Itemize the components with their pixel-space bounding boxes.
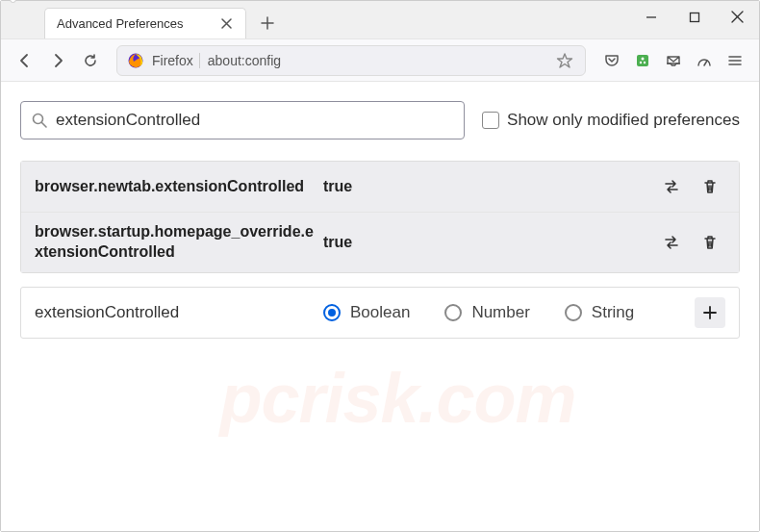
close-tab-icon[interactable] <box>218 15 234 31</box>
toggle-icon[interactable] <box>656 227 687 258</box>
toggle-icon[interactable] <box>656 171 687 202</box>
radio-dot-icon <box>565 304 582 321</box>
extension-icon[interactable] <box>628 46 657 75</box>
firefox-icon <box>127 52 144 69</box>
close-window-button[interactable] <box>716 1 759 34</box>
forward-button[interactable] <box>43 46 72 75</box>
pref-list: browser.newtab.extensionControlled true … <box>20 161 740 273</box>
window-controls <box>629 1 759 34</box>
back-button[interactable] <box>11 46 39 75</box>
svg-point-3 <box>642 57 645 60</box>
search-filter-row: Show only modified preferences <box>20 101 740 139</box>
pref-row[interactable]: browser.startup.homepage_override.extens… <box>21 213 739 272</box>
tab-title: Advanced Preferences <box>57 16 218 31</box>
search-field-container <box>20 101 465 139</box>
radio-label: Number <box>471 303 529 322</box>
dashboard-icon[interactable] <box>690 46 719 75</box>
svg-point-5 <box>644 61 646 63</box>
minimize-button[interactable] <box>629 1 672 34</box>
new-tab-button[interactable] <box>254 10 281 37</box>
window-frame: Advanced Preferences <box>0 0 760 532</box>
pref-name: browser.newtab.extensionControlled <box>35 177 323 197</box>
reload-button[interactable] <box>76 46 105 75</box>
bookmark-star-icon[interactable] <box>554 50 575 71</box>
radio-label: String <box>592 303 634 322</box>
pocket-icon[interactable] <box>597 46 626 75</box>
filter-checkbox[interactable] <box>482 112 499 129</box>
address-brand-label: Firefox <box>152 53 200 68</box>
delete-icon[interactable] <box>695 227 725 258</box>
watermark-text: pcrisk.com <box>219 358 575 437</box>
pref-actions <box>656 171 725 202</box>
svg-rect-2 <box>637 55 648 66</box>
add-pref-button[interactable] <box>695 297 725 328</box>
radio-dot-icon <box>323 304 341 321</box>
filter-checkbox-label[interactable]: Show only modified preferences <box>482 111 740 130</box>
toolbar-right-icons <box>597 46 749 75</box>
svg-rect-0 <box>690 13 698 21</box>
radio-dot-icon <box>444 304 462 321</box>
address-bar[interactable]: Firefox about:config <box>116 45 586 76</box>
new-pref-name: extensionControlled <box>35 303 323 322</box>
address-url-text: about:config <box>208 53 546 68</box>
pref-value: true <box>323 178 656 195</box>
new-pref-type-options: Boolean Number String <box>323 303 695 322</box>
maximize-button[interactable] <box>672 1 716 34</box>
tab-active[interactable]: Advanced Preferences <box>44 8 246 38</box>
pref-name: browser.startup.homepage_override.extens… <box>35 222 323 263</box>
new-pref-row: extensionControlled Boolean Number Strin… <box>20 287 740 339</box>
menu-button[interactable] <box>721 46 749 75</box>
radio-boolean[interactable]: Boolean <box>323 303 410 322</box>
content-area: pcrisk.com Show only modified preference… <box>1 82 759 531</box>
toolbar: Firefox about:config <box>1 39 759 82</box>
pref-actions <box>656 227 725 258</box>
radio-number[interactable]: Number <box>444 303 529 322</box>
radio-label: Boolean <box>350 303 410 322</box>
filter-checkbox-text: Show only modified preferences <box>507 111 740 130</box>
pref-row[interactable]: browser.newtab.extensionControlled true <box>21 162 739 213</box>
svg-point-4 <box>640 61 642 63</box>
pref-value: true <box>323 234 656 251</box>
inbox-icon[interactable] <box>659 46 688 75</box>
delete-icon[interactable] <box>695 171 725 202</box>
search-icon <box>31 112 48 129</box>
radio-string[interactable]: String <box>565 303 634 322</box>
title-bar: Advanced Preferences <box>1 1 759 39</box>
search-input[interactable] <box>56 111 454 130</box>
